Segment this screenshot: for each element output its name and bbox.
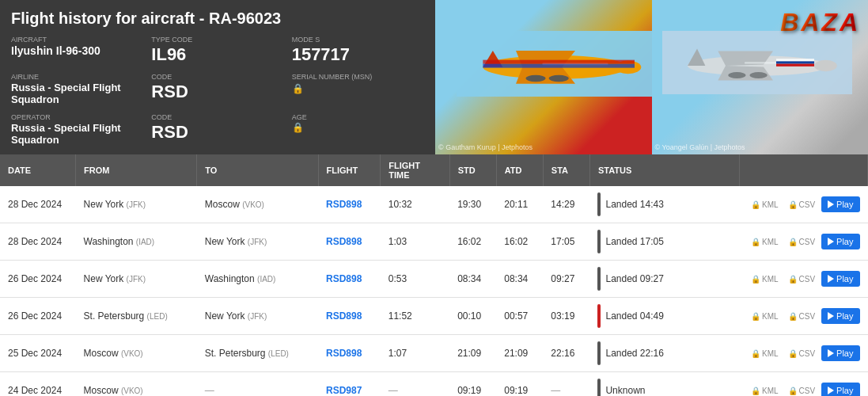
csv-label: CSV	[799, 386, 816, 395]
flight-link[interactable]: RSD898	[326, 273, 362, 284]
kml-label: KML	[762, 349, 779, 358]
action-buttons: 🔒 KML 🔒 CSV Play	[748, 271, 860, 287]
play-label: Play	[836, 274, 853, 284]
cell-sta: 22:16	[543, 335, 589, 372]
play-triangle-icon	[828, 386, 834, 394]
csv-button[interactable]: 🔒 CSV	[785, 273, 819, 285]
code2-label: Code	[151, 113, 283, 121]
left-image-caption: © Gautham Kurup | Jetphotos	[438, 143, 533, 151]
csv-label: CSV	[799, 275, 816, 284]
play-label: Play	[836, 237, 853, 246]
kml-button[interactable]: 🔒 KML	[748, 236, 782, 248]
lock-icon-kml: 🔒	[751, 238, 760, 246]
cell-sta: 03:19	[543, 298, 589, 335]
cell-from: Moscow (VKO)	[76, 335, 197, 372]
lock-icon-kml: 🔒	[751, 275, 760, 284]
cell-flight[interactable]: RSD898	[318, 298, 381, 335]
header-to: TO	[197, 154, 318, 186]
flight-table: DATE FROM TO FLIGHT FLIGHT TIME STD ATD …	[0, 154, 868, 396]
cell-flight-time: 1:07	[381, 335, 449, 372]
csv-button[interactable]: 🔒 CSV	[785, 385, 819, 397]
airline-label: AIRLINE	[11, 73, 143, 81]
serial-group: SERIAL NUMBER (MSN) 🔒	[292, 73, 424, 105]
flight-link[interactable]: RSD987	[326, 385, 362, 396]
csv-button[interactable]: 🔒 CSV	[785, 199, 819, 211]
status-text: Landed 17:05	[605, 236, 663, 247]
airline-group: AIRLINE Russia - Special Flight Squadron	[11, 73, 143, 105]
cell-flight-time: 1:03	[381, 223, 449, 261]
flight-link[interactable]: RSD898	[326, 310, 362, 322]
status-indicator	[597, 267, 601, 291]
cell-date: 28 Dec 2024	[0, 223, 76, 261]
table-row: 24 Dec 2024 Moscow (VKO) — RSD987 — 09:1…	[0, 372, 868, 397]
cell-flight[interactable]: RSD898	[318, 261, 381, 298]
cell-from: New York (JFK)	[76, 261, 197, 298]
lock-icon-kml: 🔒	[751, 386, 760, 395]
cell-status: Unknown	[589, 372, 740, 397]
operator-value: Russia - Special Flight Squadron	[11, 122, 143, 146]
flight-link[interactable]: RSD898	[326, 348, 362, 359]
header-atd: ATD	[496, 154, 543, 186]
header-sta: STA	[543, 154, 589, 186]
age-group: AGE 🔒	[292, 113, 424, 146]
cell-std: 16:02	[449, 223, 496, 261]
operator-group: OPERATOR Russia - Special Flight Squadro…	[11, 113, 143, 146]
kml-label: KML	[762, 312, 779, 321]
kml-button[interactable]: 🔒 KML	[748, 385, 782, 397]
kml-button[interactable]: 🔒 KML	[748, 199, 782, 211]
play-button[interactable]: Play	[821, 234, 859, 249]
cell-flight[interactable]: RSD987	[318, 372, 381, 397]
play-label: Play	[836, 200, 853, 209]
flight-link[interactable]: RSD898	[326, 236, 362, 247]
status-bar: Landed 22:16	[597, 341, 732, 365]
cell-flight[interactable]: RSD898	[318, 335, 381, 372]
csv-button[interactable]: 🔒 CSV	[785, 310, 819, 322]
cell-atd: 20:11	[496, 186, 543, 223]
status-indicator	[597, 304, 601, 328]
cell-actions: 🔒 KML 🔒 CSV Play	[740, 186, 868, 223]
table-row: 28 Dec 2024 New York (JFK) Moscow (VKO) …	[0, 186, 868, 223]
kml-button[interactable]: 🔒 KML	[748, 310, 782, 322]
cell-date: 26 Dec 2024	[0, 298, 76, 335]
aircraft-details: AIRCRAFT Ilyushin Il-96-300 TYPE CODE IL…	[11, 36, 424, 150]
flight-link[interactable]: RSD898	[326, 199, 362, 210]
csv-button[interactable]: 🔒 CSV	[785, 236, 819, 248]
play-button[interactable]: Play	[821, 345, 859, 361]
header-std: STD	[449, 154, 496, 186]
aircraft-image-left: © Gautham Kurup | Jetphotos	[435, 0, 652, 154]
csv-label: CSV	[799, 349, 816, 358]
cell-to: Moscow (VKO)	[197, 186, 318, 223]
status-text: Landed 09:27	[605, 273, 663, 284]
play-button[interactable]: Play	[821, 271, 859, 287]
cell-status: Landed 22:16	[589, 335, 740, 372]
cell-flight[interactable]: RSD898	[318, 223, 381, 261]
aircraft-value: Ilyushin Il-96-300	[11, 44, 143, 57]
code1-label: Code	[151, 73, 283, 81]
play-button[interactable]: Play	[821, 383, 859, 396]
lock-icon-kml: 🔒	[751, 200, 760, 209]
cell-atd: 21:09	[496, 335, 543, 372]
svg-rect-20	[776, 59, 814, 61]
status-text: Landed 22:16	[605, 348, 663, 359]
cell-flight-time: 0:53	[381, 261, 449, 298]
csv-button[interactable]: 🔒 CSV	[785, 348, 819, 360]
kml-button[interactable]: 🔒 KML	[748, 348, 782, 360]
kml-button[interactable]: 🔒 KML	[748, 273, 782, 285]
play-label: Play	[836, 348, 853, 358]
play-button[interactable]: Play	[821, 308, 859, 324]
serial-label: SERIAL NUMBER (MSN)	[292, 73, 424, 81]
cell-status: Landed 04:49	[589, 298, 740, 335]
type-code-group: TYPE CODE IL96	[151, 36, 283, 65]
status-indicator	[597, 379, 601, 396]
svg-point-13	[814, 60, 837, 71]
plane-svg-right	[662, 31, 852, 94]
type-value: IL96	[151, 44, 283, 65]
age-label: AGE	[292, 113, 424, 121]
play-button[interactable]: Play	[821, 196, 859, 212]
aircraft-label: AIRCRAFT	[11, 36, 143, 44]
cell-std: 09:19	[449, 372, 496, 397]
kml-label: KML	[762, 386, 779, 395]
cell-actions: 🔒 KML 🔒 CSV Play	[740, 335, 868, 372]
cell-flight[interactable]: RSD898	[318, 186, 381, 223]
svg-rect-9	[483, 60, 635, 64]
